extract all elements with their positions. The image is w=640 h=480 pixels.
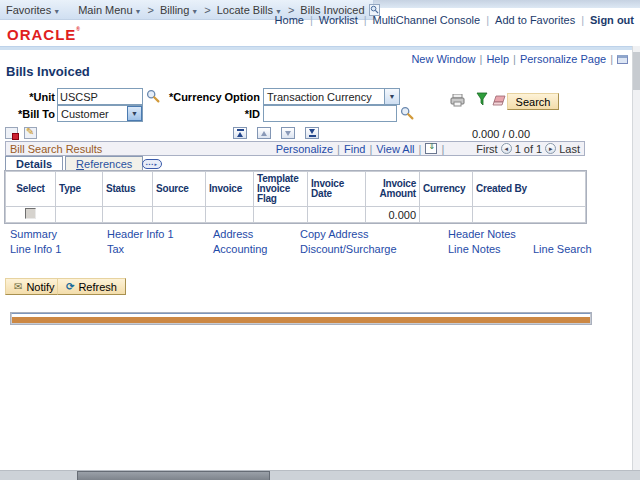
nav-separator: | [364,14,367,26]
view-all-link[interactable]: View All [376,143,414,155]
refresh-icon [66,282,74,292]
next-page-icon[interactable] [545,143,556,154]
notify-button-label: Notify [26,281,54,293]
tab-details[interactable]: Details [5,156,63,171]
currency-option-label: *Currency Option [168,91,260,103]
row-source-cell [153,207,206,223]
breadcrumb-separator: > [204,4,210,16]
breadcrumb-separator: > [148,4,154,16]
action-separator: | [337,143,340,155]
discount-surcharge-link[interactable]: Discount/Surcharge [300,243,397,255]
breadcrumb-locate-bills-label: Locate Bills [217,4,273,16]
previous-row-icon[interactable] [257,127,271,139]
scroll-to-top-icon[interactable] [233,127,247,139]
header-notes-link[interactable]: Header Notes [448,228,516,240]
tax-link[interactable]: Tax [107,243,124,255]
edit-rows-icon[interactable] [24,127,37,139]
utility-separator: | [513,53,516,65]
find-link[interactable]: Find [344,143,365,155]
unit-input[interactable] [57,88,143,105]
zoom-grid-icon[interactable] [11,313,591,324]
tab-details-label: Details [16,158,52,170]
copy-address-link[interactable]: Copy Address [300,228,368,240]
results-tabs: Details References [5,156,145,171]
dropdown-arrow-icon[interactable] [384,89,399,104]
row-status-cell [103,207,153,223]
nav-home-link[interactable]: Home [275,14,304,26]
filter-funnel-icon[interactable] [476,92,488,109]
breadcrumb-billing-label: Billing [160,4,189,16]
utility-separator: | [610,53,613,65]
row-select-checkbox[interactable] [25,208,36,219]
column-header-select[interactable]: Select [6,172,56,207]
breadcrumb-billing[interactable]: Billing [160,4,198,16]
personalize-page-link[interactable]: Personalize Page [520,53,606,65]
address-link[interactable]: Address [213,228,253,240]
id-label: *ID [168,108,260,120]
pager-last-label[interactable]: Last [559,143,580,155]
breadcrumb-favorites[interactable]: Favorites [6,4,60,16]
chevron-down-icon [53,8,60,15]
id-lookup-icon[interactable] [400,106,414,120]
nav-multichannel-console-link[interactable]: MultiChannel Console [373,14,481,26]
help-link[interactable]: Help [486,53,509,65]
unit-lookup-icon[interactable] [146,89,160,103]
dropdown-arrow-icon[interactable] [127,106,142,121]
header-info-1-link[interactable]: Header Info 1 [107,228,174,240]
bill-to-label: *Bill To [0,108,55,120]
column-header-invoice[interactable]: Invoice [206,172,254,207]
search-button[interactable]: Search [507,93,559,110]
bill-to-select[interactable]: Customer [57,105,143,122]
header-separator-band [0,46,640,50]
pager-first-label[interactable]: First [476,143,497,155]
accounting-link[interactable]: Accounting [213,243,267,255]
scroll-to-bottom-icon[interactable] [305,127,319,139]
column-header-source[interactable]: Source [153,172,206,207]
refresh-button[interactable]: Refresh [57,278,126,295]
column-header-created-by[interactable]: Created By [473,172,586,207]
line-notes-link[interactable]: Line Notes [448,243,501,255]
nav-worklist-link[interactable]: Worklist [319,14,358,26]
line-search-link[interactable]: Line Search [533,243,592,255]
amount-totals: 0.000 / 0.00 [400,128,530,140]
column-header-template-invoice-flag[interactable]: Template Invoice Flag [254,172,308,207]
line-info-1-link[interactable]: Line Info 1 [10,243,61,255]
previous-page-icon[interactable] [501,143,512,154]
tab-references[interactable]: References [65,156,143,171]
personalize-link[interactable]: Personalize [276,143,333,155]
new-window-link[interactable]: New Window [411,53,475,65]
download-to-excel-icon[interactable] [425,143,437,154]
summary-link[interactable]: Summary [10,228,57,240]
nav-add-to-favorites-link[interactable]: Add to Favorites [495,14,575,26]
print-icon[interactable] [450,94,465,109]
utility-separator: | [480,53,483,65]
next-row-icon[interactable] [281,127,295,139]
row-type-cell [56,207,103,223]
vertical-scrollbar-thumb[interactable] [633,52,640,90]
breadcrumb-favorites-label: Favorites [6,4,51,16]
detail-links-row-2: Line Info 1 Tax Accounting Discount/Surc… [0,243,640,255]
clear-eraser-icon[interactable] [492,95,507,108]
breadcrumb-main-menu[interactable]: Main Menu [78,4,141,16]
new-window-icon[interactable] [617,55,628,64]
column-header-invoice-amount[interactable]: Invoice Amount [366,172,420,207]
id-input[interactable] [263,105,397,122]
show-all-tabs-icon[interactable] [142,159,162,169]
bar-glyph [309,135,316,137]
breadcrumb-main-menu-label: Main Menu [78,4,132,16]
arrow-down-glyph [309,129,315,134]
column-header-status[interactable]: Status [103,172,153,207]
currency-option-select[interactable]: Transaction Currency [263,88,400,105]
grid-pager: First 1 of 1 Last [476,143,580,155]
select-all-rows-icon[interactable] [5,127,18,139]
refresh-button-label: Refresh [78,281,117,293]
row-currency-cell [420,207,473,223]
breadcrumb-locate-bills[interactable]: Locate Bills [217,4,282,16]
notify-button[interactable]: Notify [5,278,64,295]
column-header-type[interactable]: Type [56,172,103,207]
nav-sign-out-link[interactable]: Sign out [590,14,634,26]
column-header-invoice-date[interactable]: Invoice Date [308,172,366,207]
column-header-currency[interactable]: Currency [420,172,473,207]
horizontal-scrollbar-thumb[interactable] [77,471,270,480]
nav-separator: | [581,14,584,26]
